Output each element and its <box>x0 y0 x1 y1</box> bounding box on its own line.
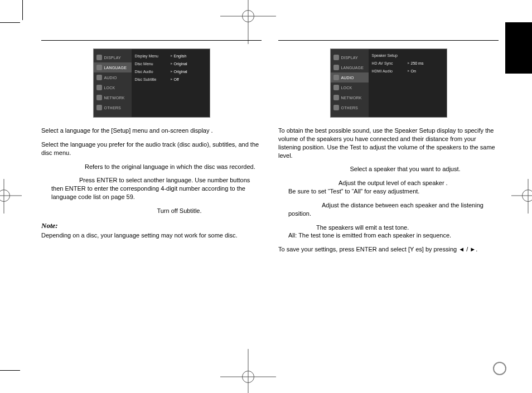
paragraph-indent: Press ENTER to select another language. … <box>51 176 262 201</box>
crop-mark <box>0 22 20 23</box>
osd-sidebar-item-language: LANGUAGE <box>94 62 132 72</box>
text: Turn off Subtitle. <box>157 207 201 214</box>
note-heading: Note: <box>41 221 262 231</box>
display-icon <box>96 55 102 60</box>
thumb-tab <box>505 22 532 74</box>
others-icon <box>333 105 339 110</box>
osd-sidebar-label: LOCK <box>341 86 352 90</box>
chevron-right-icon: ▸ <box>170 61 174 66</box>
section-rule <box>41 40 262 41</box>
osd-sidebar: DISPLAY LANGUAGE AUDIO LOCK NETWORK OTHE… <box>331 49 369 117</box>
text: Press ENTER to select another language. … <box>51 177 250 200</box>
others-icon <box>96 105 102 110</box>
osd-screenshot-audio: DISPLAY LANGUAGE AUDIO LOCK NETWORK OTHE… <box>330 48 447 118</box>
chevron-right-icon: ▸ <box>170 77 174 81</box>
osd-key: HD AV Sync <box>372 61 407 65</box>
chevron-right-icon: ▸ <box>170 69 174 74</box>
osd-value: English <box>174 54 187 58</box>
paragraph-indent: Refers to the original language in which… <box>51 163 262 171</box>
osd-sidebar-label: LOCK <box>104 86 115 90</box>
osd-sidebar-label: DISPLAY <box>341 56 358 60</box>
text: Select a speaker that you want to adjust… <box>350 166 460 172</box>
paragraph-indent: Adjust the output level of each speaker … <box>288 179 499 196</box>
osd-sidebar-item-audio: AUDIO <box>331 72 369 83</box>
osd-sidebar-label: NETWORK <box>341 96 362 100</box>
osd-row: HDMI Audio▸On <box>372 69 443 73</box>
text: Refers to the original language in which… <box>85 163 255 170</box>
osd-row: Disc Audio▸Original <box>135 69 206 74</box>
text: Be sure to set “Test” to “All” for easy … <box>288 188 419 195</box>
osd-sidebar: DISPLAY LANGUAGE AUDIO LOCK NETWORK OTHE… <box>94 49 132 117</box>
paragraph: Select the language you prefer for the a… <box>41 140 262 157</box>
osd-sidebar-label: LANGUAGE <box>341 66 364 70</box>
registration-mark-top <box>242 10 254 22</box>
osd-value: Original <box>174 62 187 66</box>
osd-sidebar-item-display: DISPLAY <box>331 52 369 62</box>
osd-sidebar-label: AUDIO <box>341 76 354 80</box>
osd-sidebar-label: LANGUAGE <box>104 66 127 70</box>
body-text-left: Select a language for the [Setup] menu a… <box>41 127 262 240</box>
osd-sidebar-label: AUDIO <box>104 76 117 80</box>
osd-row: Disc Subtitle▸Off <box>135 77 206 81</box>
audio-icon <box>96 75 102 80</box>
osd-sidebar-item-network: NETWORK <box>94 93 132 103</box>
crop-mark <box>22 0 23 20</box>
osd-screenshot-language: DISPLAY LANGUAGE AUDIO LOCK NETWORK OTHE… <box>93 48 210 118</box>
chevron-right-icon: ▸ <box>170 54 174 58</box>
network-icon <box>333 95 339 100</box>
osd-row: Speaker Setup <box>372 54 443 57</box>
paragraph: To save your settings, press ENTER and s… <box>278 245 499 254</box>
osd-sidebar-label: OTHERS <box>341 106 358 110</box>
osd-sidebar-item-others: OTHERS <box>94 103 132 113</box>
osd-key: Disc Subtitle <box>135 77 170 81</box>
osd-sidebar-item-audio: AUDIO <box>94 72 132 83</box>
osd-key: Speaker Setup <box>372 54 407 57</box>
osd-value: 250 ms <box>411 61 424 65</box>
osd-sidebar-item-lock: LOCK <box>331 83 369 93</box>
osd-sidebar-label: OTHERS <box>104 106 121 110</box>
registration-circle <box>493 362 506 375</box>
language-icon <box>96 65 102 70</box>
registration-mark-left <box>0 190 10 202</box>
body-text-right: To obtain the best possible sound, use t… <box>278 127 499 254</box>
osd-main: Display Menu▸English Disc Menu▸Original … <box>132 49 210 117</box>
registration-mark-bottom <box>242 371 254 383</box>
lock-icon <box>333 85 339 90</box>
paragraph: Select a speaker that you want to adjust… <box>278 165 499 173</box>
registration-mark-right <box>522 190 532 202</box>
osd-key: Disc Menu <box>135 62 170 66</box>
osd-sidebar-item-lock: LOCK <box>94 83 132 93</box>
audio-icon <box>333 75 339 80</box>
note-label: Note: <box>41 221 58 230</box>
paragraph: Select a language for the [Setup] menu a… <box>41 127 262 135</box>
paragraph: To obtain the best possible sound, use t… <box>278 127 499 159</box>
lock-icon <box>96 85 102 90</box>
paragraph-indent: Adjust the distance between each speaker… <box>288 201 499 218</box>
osd-sidebar-item-display: DISPLAY <box>94 52 132 62</box>
osd-key: Display Menu <box>135 54 170 58</box>
text: The speakers will emit a test tone. <box>288 224 499 232</box>
osd-value: On <box>411 69 416 73</box>
language-icon <box>333 65 339 70</box>
text: Adjust the distance between each speaker… <box>288 202 483 217</box>
text: All: The test tone is emitted from each … <box>288 232 451 239</box>
chevron-right-icon: ▸ <box>407 69 411 73</box>
osd-value: Original <box>174 70 187 74</box>
osd-sidebar-item-others: OTHERS <box>331 103 369 113</box>
osd-key: Disc Audio <box>135 70 170 74</box>
text: Adjust the output level of each speaker … <box>288 179 499 187</box>
display-icon <box>333 55 339 60</box>
right-column: DISPLAY LANGUAGE AUDIO LOCK NETWORK OTHE… <box>278 40 499 259</box>
osd-row: Disc Menu▸Original <box>135 61 206 66</box>
paragraph-indent: The speakers will emit a test tone. All:… <box>288 224 499 240</box>
osd-row: Display Menu▸English <box>135 54 206 58</box>
osd-sidebar-item-language: LANGUAGE <box>331 62 369 72</box>
left-column: DISPLAY LANGUAGE AUDIO LOCK NETWORK OTHE… <box>41 40 262 259</box>
osd-row: HD AV Sync▸250 ms <box>372 61 443 65</box>
osd-main: Speaker Setup HD AV Sync▸250 ms HDMI Aud… <box>369 49 447 117</box>
paragraph: Turn off Subtitle. <box>41 207 262 215</box>
network-icon <box>96 95 102 100</box>
osd-key: HDMI Audio <box>372 69 407 73</box>
note-text: Depending on a disc, your language setti… <box>41 231 262 240</box>
crop-mark <box>0 370 20 371</box>
